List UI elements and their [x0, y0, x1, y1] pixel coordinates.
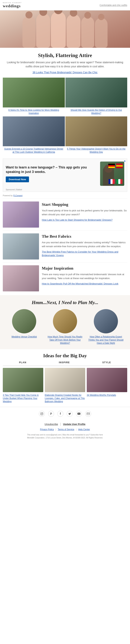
ideas-col-style: 34 Wedding-Worthy Ponytails	[87, 368, 127, 403]
next-card-link-relationship[interactable]: How Often a Relationship Expert Thinks Y…	[86, 335, 125, 344]
ideas-img-style	[87, 368, 127, 392]
flag-spain	[116, 164, 123, 168]
terms-service-link[interactable]: Terms of Service	[58, 428, 74, 431]
ad-text: Want to learn a new language? – This app…	[6, 165, 98, 182]
site-header: MARTHA STEWART weddings Comfortable and …	[0, 0, 130, 10]
instagram-icon[interactable]	[39, 411, 45, 417]
ad-download-button[interactable]: Download Now	[6, 176, 29, 182]
article-link-fabrics[interactable]: The Best Wrinkle-Free Fabrics to Conside…	[42, 250, 118, 257]
next-card-time: How Much Time Should You Really Take Off…	[46, 309, 84, 344]
hero-image	[0, 10, 130, 48]
next-card-link-time[interactable]: How Much Time Should You Really Take Off…	[46, 335, 84, 344]
email-icon[interactable]	[85, 411, 91, 417]
logo-weddings-label: weddings	[3, 4, 22, 8]
svg-point-2	[42, 413, 43, 413]
unsubscribe-link[interactable]: Unsubscribe	[45, 423, 58, 426]
article-start-shopping: Start Shopping You'll need plenty of tim…	[0, 199, 130, 230]
header-tagline-link[interactable]: Comfortable and chic outfits	[100, 4, 127, 6]
article-link-inspiration[interactable]: How to Seamlessly Pull Off the Mismatche…	[42, 282, 119, 285]
grid-img-1	[3, 78, 65, 108]
next-card-img-time	[53, 309, 77, 334]
article-link-shopping[interactable]: How Late Is Too Late to Start Shopping f…	[42, 218, 113, 221]
article-desc-shopping: You'll need plenty of time to pick out t…	[42, 209, 127, 216]
ad-badge: ►	[124, 160, 126, 162]
ideas-img-plan	[3, 368, 43, 392]
flag-france	[108, 179, 115, 184]
ad-sponsor-label: Sponsored | Babbel	[3, 188, 127, 192]
ideas-img-inspire	[45, 368, 85, 392]
article-title-inspiration: Major Inspiration	[42, 266, 127, 271]
article-content-inspiration: Major Inspiration There are many ways to…	[42, 265, 127, 286]
grid-caption-2[interactable]: Should We Give Guests the Option of Driv…	[65, 108, 128, 116]
next-card-link-venue[interactable]: Wedding Venue Checklist	[5, 335, 44, 338]
svg-point-1	[41, 413, 42, 414]
ad-headline: Want to learn a new language? – This app…	[6, 165, 98, 174]
logo-martha-label: MARTHA STEWART	[3, 2, 22, 4]
article-desc-fabrics: Are you worried about the bridesmaids' d…	[42, 241, 127, 248]
article-img-fabrics	[3, 234, 39, 260]
grid-img-4	[65, 116, 128, 146]
article-content-shopping: Start Shopping You'll need plenty of tim…	[42, 202, 127, 222]
youtube-icon[interactable]	[76, 411, 82, 417]
grid-caption-3[interactable]: Guests Enjoyed a 10-Course Traditional V…	[3, 146, 65, 155]
footer-separator: |	[60, 422, 61, 426]
article-content-fabrics: The Best Fabrics Are you worried about t…	[42, 234, 127, 257]
ideas-col-header-plan: PLAN	[19, 361, 26, 364]
ideas-link-plan[interactable]: 3 Tips That Could Help You Come in Under…	[3, 394, 43, 403]
twitter-icon[interactable]	[67, 411, 73, 417]
flag-germany	[108, 164, 115, 168]
ad-powered-by: Powered by FLConsent	[0, 194, 130, 198]
next-card-img-venue	[12, 309, 36, 334]
grid-item-2: Should We Give Guests the Option of Driv…	[65, 78, 128, 116]
footer-sep-2: |	[76, 428, 76, 431]
footer-unsubscribe-row: Unsubscribe | Update User Profile	[0, 420, 130, 427]
grid-caption-4[interactable]: 5 Things Your Videographer Doesn't Want …	[65, 146, 128, 155]
grid-caption-1[interactable]: 8 Signs It's Time to Stop Looking for Mo…	[3, 108, 65, 116]
ad-banner: Want to learn a new language? – This app…	[3, 158, 127, 192]
article-grid: 8 Signs It's Time to Stop Looking for Mo…	[0, 78, 130, 156]
footer-sep-1: |	[56, 428, 56, 431]
grid-img-3	[3, 116, 65, 146]
ad-image	[100, 162, 124, 186]
help-center-link[interactable]: Help Center	[78, 428, 90, 431]
next-card-img-relationship	[94, 309, 118, 334]
stylish-section: Stylish, Flattering Attire Looking for b…	[0, 48, 130, 78]
article-img-shopping	[3, 202, 39, 228]
ideas-col-header-inspire: INSPIRE	[59, 361, 70, 364]
ideas-col-plan: 3 Tips That Could Help You Come in Under…	[3, 368, 43, 403]
grid-item-4: 5 Things Your Videographer Doesn't Want …	[65, 116, 128, 155]
ideas-section: Ideas for the Big Day PLAN INSPIRE STYLE…	[0, 349, 130, 407]
next-title: Hmm...Next, I Need to Plan My...	[3, 300, 127, 306]
next-card-venue: Wedding Venue Checklist	[5, 309, 44, 344]
privacy-policy-link[interactable]: Privacy Policy	[40, 428, 54, 431]
ideas-col-inspire: Elaborate Draping Created Nooks for Loun…	[45, 368, 85, 403]
article-best-fabrics: The Best Fabrics Are you worried about t…	[0, 230, 130, 262]
next-cards-row: Wedding Venue Checklist How Much Time Sh…	[3, 309, 127, 344]
next-section: Hmm...Next, I Need to Plan My... Wedding…	[0, 295, 130, 349]
grid-img-2	[65, 78, 128, 108]
article-title-shopping: Start Shopping	[42, 202, 127, 207]
ideas-title: Ideas for the Big Day	[3, 353, 127, 358]
ideas-link-style[interactable]: 34 Wedding-Worthy Ponytails	[87, 394, 127, 397]
facebook-icon[interactable]: f	[57, 411, 63, 417]
article-major-inspiration: Major Inspiration There are many ways to…	[0, 262, 130, 294]
svg-rect-0	[41, 412, 43, 415]
flag-italy	[116, 179, 123, 184]
update-profile-link[interactable]: Update User Profile	[63, 423, 85, 426]
ideas-col-header-style: STYLE	[102, 361, 111, 364]
pinterest-icon[interactable]: P	[48, 411, 54, 417]
article-title-fabrics: The Best Fabrics	[42, 234, 127, 239]
stylish-title: Stylish, Flattering Attire	[0, 48, 130, 60]
grid-item-1: 8 Signs It's Time to Stop Looking for Mo…	[3, 78, 65, 116]
grid-item-3: Guests Enjoyed a 10-Course Traditional V…	[3, 116, 65, 155]
stylish-link[interactable]: 38 Looks That Prove Bridesmaids' Dresses…	[0, 71, 130, 78]
stylish-desc: Looking for bridesmaids' dresses your gi…	[0, 60, 130, 71]
article-desc-inspiration: There are many ways to pull off the mism…	[42, 272, 127, 280]
ideas-headers-row: PLAN INSPIRE STYLE	[3, 360, 127, 366]
footer-fine-print: This email was sent to xxxxx@gmail.com |…	[0, 432, 130, 443]
ideas-link-inspire[interactable]: Elaborate Draping Created Nooks for Loun…	[45, 394, 85, 403]
next-card-relationship: How Often a Relationship Expert Thinks Y…	[86, 309, 125, 344]
ad-powered-link[interactable]: FLConsent	[13, 194, 22, 197]
footer-links-row: Privacy Policy | Terms of Service | Help…	[0, 427, 130, 432]
social-row: P f	[0, 407, 130, 420]
